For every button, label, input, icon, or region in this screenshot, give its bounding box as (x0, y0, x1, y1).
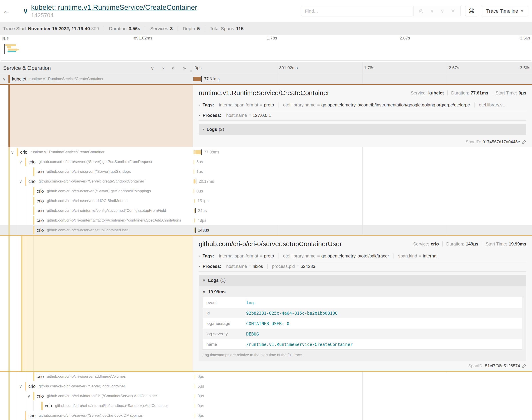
span-timeline-cell[interactable]: 77.08ms (193, 147, 532, 157)
span-operation: github.com/cri-o/cri-o/server.(*Server).… (39, 413, 143, 418)
copy-link-icon[interactable] (522, 140, 526, 144)
span-timeline-cell[interactable]: 24μs (193, 206, 532, 216)
service-operation-header: Service & Operation (3, 65, 51, 71)
span-operation: github.com/cri-o/cri-o/internal/factory/… (47, 218, 181, 223)
span-duration-bar[interactable] (194, 170, 194, 174)
log-entry-toggle[interactable]: ∨ 19.99ms (203, 289, 522, 295)
span-duration-bar[interactable] (195, 384, 195, 389)
span-color-bar (33, 216, 34, 225)
collapse-all-icon[interactable]: » (171, 67, 176, 69)
span-timeline-cell[interactable]: 0μs (193, 411, 532, 420)
command-icon: ⌘ (469, 8, 474, 15)
span-duration-bar[interactable] (194, 160, 194, 164)
span-color-bar (33, 392, 34, 400)
span-row-getsandboxidmappings-2[interactable]: ∨ crio github.com/cri-o/cri-o/server.(*S… (0, 411, 532, 420)
span-row-createsandboxcontainer[interactable]: ∨ crio github.com/cri-o/cri-o/server.(*S… (0, 177, 532, 186)
summary-duration: Duration 3.56s (109, 26, 140, 31)
span-duration-bar[interactable] (195, 394, 195, 398)
span-timeline-cell[interactable]: 151μs (193, 196, 532, 206)
process-section[interactable]: › Process: host.name=nixos process.pid=6… (199, 261, 526, 272)
span-timeline-cell[interactable]: 43μs (193, 216, 532, 225)
back-button[interactable]: ← (0, 0, 13, 22)
view-select[interactable]: Trace Timeline ∨ (482, 6, 528, 16)
span-row-kubelet-createcontainer[interactable]: ∨ kubelet runtime.v1.RuntimeService/Crea… (0, 74, 532, 84)
span-row-setupcontaineruser[interactable]: ∨ crio github.com/cri-o/cri-o/server.set… (0, 225, 532, 235)
chevron-down-icon: ∨ (203, 278, 205, 283)
detail-service-value: kubelet (428, 90, 444, 96)
span-operation: github.com/cri-o/cri-o/server.(*Server).… (47, 189, 151, 193)
span-duration-label: 0μs (198, 374, 204, 379)
span-timeline-cell[interactable]: 3μs (193, 391, 532, 401)
span-color-bar (33, 226, 34, 234)
span-row-addcontainer[interactable]: ∨ crio github.com/cri-o/cri-o/server.(*S… (0, 381, 532, 391)
summary-services: Services 3 (150, 26, 173, 31)
span-duration-label: 24μs (198, 209, 207, 213)
span-row-sandbox-addcontainer[interactable]: ∨ crio github.com/cri-o/cri-o/internal/l… (0, 401, 532, 411)
span-timeline-cell[interactable]: 20.17ms (193, 177, 532, 186)
span-timeline-cell[interactable]: 0μs (193, 372, 532, 381)
chevron-right-icon: › (203, 127, 204, 132)
span-timeline-cell[interactable]: 6μs (193, 381, 532, 391)
chevron-down-icon[interactable]: ∨ (18, 179, 24, 184)
trace-title-link[interactable]: kubelet: runtime.v1.RuntimeService/Creat… (31, 3, 197, 12)
span-operation: github.com/cri-o/cri-o/server.addOCIBind… (47, 199, 127, 203)
logs-section[interactable]: › Logs (2) (199, 124, 526, 135)
span-timeline-cell[interactable]: 77.61ms (193, 74, 532, 84)
span-duration-bar[interactable] (194, 180, 196, 184)
span-timeline-cell[interactable]: 0μs (193, 401, 532, 411)
span-timeline-cell[interactable]: 149μs (193, 225, 532, 235)
process-section[interactable]: › Process: host.name=127.0.0.1 (199, 110, 526, 121)
span-duration-label: 20.17ms (199, 179, 214, 184)
span-timeline-cell[interactable]: 1μs (193, 167, 532, 177)
logs-section[interactable]: ∨ Logs (1) (199, 275, 526, 286)
span-duration-bar[interactable] (194, 218, 195, 223)
tags-section[interactable]: › Tags: internal.span.format=proto otel.… (199, 251, 526, 261)
span-duration-bar[interactable] (193, 77, 201, 81)
minimap-canvas[interactable] (1, 42, 531, 61)
span-row-specaddannotations[interactable]: ∨ crio github.com/cri-o/cri-o/internal/f… (0, 216, 532, 225)
span-row-crio-createcontainer[interactable]: ∨ crio runtime.v1.RuntimeService/CreateC… (0, 147, 532, 157)
chevron-down-icon[interactable]: ∨ (18, 159, 24, 165)
span-duration-bar[interactable] (195, 375, 195, 379)
copy-link-icon[interactable] (522, 364, 526, 368)
trace-id: 1425704 (31, 12, 197, 19)
span-timeline-cell[interactable]: 0μs (193, 186, 532, 196)
span-duration-bar[interactable] (195, 414, 195, 418)
span-row-getsandbox[interactable]: ∨ crio github.com/cri-o/cri-o/server.(*S… (0, 167, 532, 177)
span-row-addimagevolumes[interactable]: ∨ crio github.com/cri-o/cri-o/server.add… (0, 372, 532, 381)
expand-all-icon[interactable]: » (183, 65, 186, 71)
span-timeline-cell[interactable]: 8μs (193, 157, 532, 167)
span-duration-bar[interactable] (195, 404, 195, 408)
column-resize-handle[interactable]: ‖ (190, 69, 192, 73)
span-duration-bar[interactable] (194, 189, 194, 193)
log-field-row: log.severity DEBUG (203, 329, 522, 339)
collapse-header-icon[interactable]: ∨ (23, 7, 28, 15)
clear-search-icon[interactable]: ✕ (451, 8, 455, 14)
span-color-bar (8, 75, 10, 83)
minimap-span (8, 51, 16, 52)
match-highlight-icon[interactable]: ◎ (419, 8, 423, 14)
next-match-icon[interactable]: ∨ (440, 8, 444, 14)
chevron-down-icon[interactable]: ∨ (1, 76, 7, 82)
back-arrow-icon[interactable]: ← (3, 7, 10, 15)
span-row-addocibindmounts[interactable]: ∨ crio github.com/cri-o/cri-o/server.add… (0, 196, 532, 206)
tags-section[interactable]: › Tags: internal.span.format=proto otel.… (199, 100, 526, 110)
expand-one-icon[interactable]: › (162, 65, 164, 71)
prev-match-icon[interactable]: ∧ (430, 8, 434, 14)
span-duration-label: 1μs (196, 169, 203, 174)
timeline-tick: 3.56s (520, 65, 530, 70)
span-row-lib-addcontainer[interactable]: ∨ crio github.com/cri-o/cri-o/internal/l… (0, 391, 532, 401)
collapse-one-icon[interactable]: ∨ (151, 65, 155, 71)
span-row-getsandboxidmappings[interactable]: ∨ crio github.com/cri-o/cri-o/server.(*S… (0, 186, 532, 196)
chevron-down-icon[interactable]: ∨ (18, 384, 24, 389)
span-duration-bar[interactable] (194, 199, 195, 203)
keyboard-shortcuts-button[interactable]: ⌘ (465, 6, 478, 16)
log-timestamp: 19.99ms (208, 289, 225, 295)
span-row-seccomp-setupfromfield[interactable]: ∨ crio github.com/cri-o/cri-o/internal/c… (0, 206, 532, 216)
find-input[interactable] (301, 6, 413, 16)
timeline-tick: 0μs (195, 65, 202, 70)
chevron-down-icon[interactable]: ∨ (10, 150, 15, 155)
span-detail-title: runtime.v1.RuntimeService/CreateContaine… (199, 89, 329, 97)
span-row-getpodsandboxfromrequest[interactable]: ∨ crio github.com/cri-o/cri-o/server.(*S… (0, 157, 532, 167)
chevron-down-icon[interactable]: ∨ (26, 394, 32, 399)
